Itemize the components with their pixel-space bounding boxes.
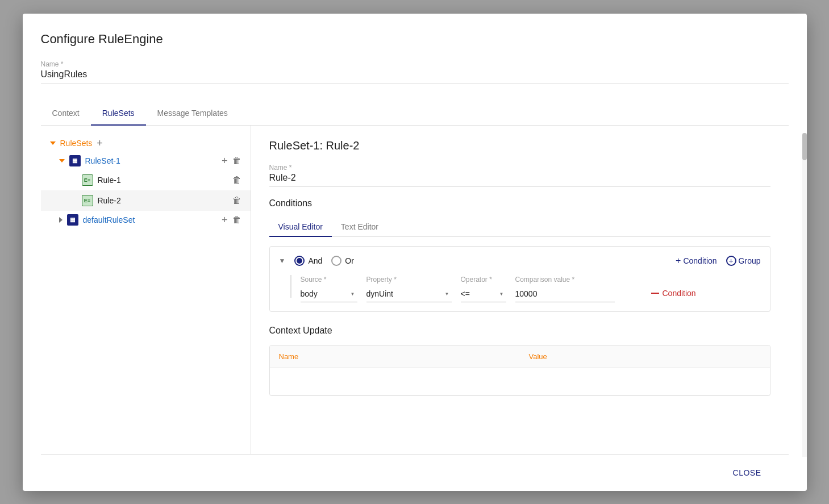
remove-condition-dash-icon xyxy=(651,293,659,294)
ruleset-1-item[interactable]: ▦ RuleSet-1 + 🗑 xyxy=(41,152,251,170)
logic-group: ▼ And Or xyxy=(279,256,354,266)
rule-2-item[interactable]: E≡ Rule-2 🗑 xyxy=(41,190,251,211)
add-group-plus-circle-icon: + xyxy=(726,256,736,266)
add-condition-button[interactable]: + Condition xyxy=(676,256,717,266)
dialog-title: Configure RuleEngine xyxy=(41,32,789,47)
tab-message-templates[interactable]: Message Templates xyxy=(146,102,239,126)
or-radio-label[interactable]: Or xyxy=(331,256,354,266)
operator-select[interactable]: <= xyxy=(461,286,506,302)
source-select[interactable]: body xyxy=(301,286,357,302)
ruleset1-folder-icon: ▦ xyxy=(69,155,81,166)
detail-name-field: Name * Rule-2 xyxy=(269,164,770,187)
add-condition-label: Condition xyxy=(683,256,716,265)
dialog-footer: Close xyxy=(41,454,789,491)
main-content: RuleSets + ▦ RuleSet-1 + 🗑 E≡ Rule-1 🗑 E… xyxy=(41,126,789,454)
scrollbar-track[interactable] xyxy=(802,133,807,457)
or-label: Or xyxy=(345,256,354,265)
context-table-empty-value-cell xyxy=(520,368,770,395)
rule1-icon: E≡ xyxy=(82,174,93,186)
detail-name-label: Name * xyxy=(269,164,770,172)
rule1-name: Rule-1 xyxy=(98,176,228,185)
condition-connector-line xyxy=(290,275,291,298)
configure-dialog: Configure RuleEngine Name * UsingRules C… xyxy=(23,14,807,491)
property-select-wrapper: dynUint xyxy=(366,286,452,302)
visual-editor-tab[interactable]: Visual Editor xyxy=(269,218,332,237)
comparison-label: Comparison value * xyxy=(515,276,615,284)
rulesets-label: RuleSets xyxy=(60,139,93,148)
default-ruleset-chevron-right-icon xyxy=(59,217,63,223)
add-condition-plus-icon: + xyxy=(676,256,681,266)
comparison-field-group: Comparison value * xyxy=(515,276,615,302)
add-group-button[interactable]: + Group xyxy=(726,256,761,266)
rule2-icon: E≡ xyxy=(82,195,93,206)
context-table-empty-row xyxy=(270,368,770,395)
and-radio-inner xyxy=(297,258,302,264)
name-field: Name * UsingRules xyxy=(41,60,789,84)
remove-condition-button[interactable]: Condition xyxy=(651,289,696,298)
tab-rulesets[interactable]: RuleSets xyxy=(91,102,146,126)
context-update-table: Name Value xyxy=(269,345,770,396)
main-tabs: Context RuleSets Message Templates xyxy=(41,102,789,126)
rule2-name: Rule-2 xyxy=(98,196,228,205)
rulesets-section-header[interactable]: RuleSets + xyxy=(41,135,251,152)
default-ruleset-name: defaultRuleSet xyxy=(83,215,217,224)
value-column-header: Value xyxy=(520,345,770,368)
conditions-section-title: Conditions xyxy=(269,198,770,209)
operator-field-group: Operator * <= xyxy=(461,276,506,302)
condition-builder: ▼ And Or xyxy=(269,246,770,312)
editor-tabs: Visual Editor Text Editor xyxy=(269,218,770,237)
condition-fields-row: Source * body Property * dynUint xyxy=(279,275,761,302)
sidebar: RuleSets + ▦ RuleSet-1 + 🗑 E≡ Rule-1 🗑 E… xyxy=(41,126,251,454)
tab-context[interactable]: Context xyxy=(41,102,91,126)
rule-1-item[interactable]: E≡ Rule-1 🗑 xyxy=(41,170,251,190)
add-group-label: Group xyxy=(739,256,761,265)
property-label: Property * xyxy=(366,276,452,284)
ruleset1-add-icon[interactable]: + xyxy=(222,156,228,166)
rulesets-add-icon[interactable]: + xyxy=(97,138,103,148)
name-label: Name * xyxy=(41,60,789,68)
context-table-header: Name Value xyxy=(270,345,770,368)
source-label: Source * xyxy=(301,276,357,284)
and-radio-outer xyxy=(294,256,305,266)
or-radio-outer xyxy=(331,256,341,266)
and-radio-label[interactable]: And xyxy=(294,256,322,266)
rule2-delete-icon[interactable]: 🗑 xyxy=(232,195,241,206)
close-button[interactable]: Close xyxy=(724,464,770,482)
context-table-empty-name-cell xyxy=(270,368,520,395)
name-column-header: Name xyxy=(270,345,520,368)
condition-row-top: ▼ And Or xyxy=(279,256,761,266)
source-field-group: Source * body xyxy=(301,276,357,302)
comparison-value-input[interactable] xyxy=(515,286,615,302)
detail-title: RuleSet-1: Rule-2 xyxy=(269,139,770,152)
detail-panel: RuleSet-1: Rule-2 Name * Rule-2 Conditio… xyxy=(251,126,789,454)
operator-select-wrapper: <= xyxy=(461,286,506,302)
rule1-delete-icon[interactable]: 🗑 xyxy=(232,175,241,185)
ruleset1-delete-icon[interactable]: 🗑 xyxy=(232,156,241,166)
remove-condition-label: Condition xyxy=(663,289,696,298)
rulesets-chevron-down-icon xyxy=(50,141,56,145)
operator-label: Operator * xyxy=(461,276,506,284)
text-editor-tab[interactable]: Text Editor xyxy=(332,218,388,237)
ruleset1-name: RuleSet-1 xyxy=(85,156,217,165)
action-buttons: + Condition + Group xyxy=(676,256,760,266)
default-ruleset-add-icon[interactable]: + xyxy=(222,215,228,225)
default-ruleset-folder-icon: ▦ xyxy=(67,214,78,226)
and-label: And xyxy=(308,256,322,265)
logic-group-collapse-icon[interactable]: ▼ xyxy=(279,257,286,264)
context-update-section: Context Update Name Value xyxy=(269,326,770,396)
source-select-wrapper: body xyxy=(301,286,357,302)
default-ruleset-delete-icon[interactable]: 🗑 xyxy=(232,215,241,225)
ruleset1-chevron-down-icon xyxy=(59,159,65,163)
scrollbar-thumb[interactable] xyxy=(802,133,807,160)
detail-name-value: Rule-2 xyxy=(269,173,770,187)
name-value: UsingRules xyxy=(41,69,789,84)
default-ruleset-item[interactable]: ▦ defaultRuleSet + 🗑 xyxy=(41,211,251,229)
context-update-title: Context Update xyxy=(269,326,770,336)
property-field-group: Property * dynUint xyxy=(366,276,452,302)
property-select[interactable]: dynUint xyxy=(366,286,452,302)
